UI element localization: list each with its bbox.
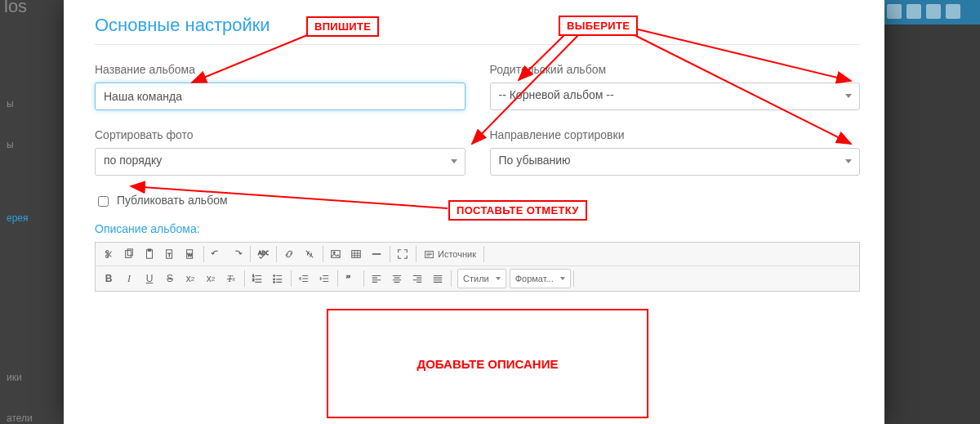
format-combo[interactable]: Формат...: [510, 269, 571, 288]
background-sidebar: los ы ы ерея ики атели: [0, 0, 64, 424]
align-center-icon[interactable]: [387, 270, 408, 288]
svg-point-15: [274, 274, 275, 276]
source-button[interactable]: Источник: [419, 245, 481, 263]
svg-rect-1: [127, 249, 132, 256]
album-name-input[interactable]: [95, 83, 466, 110]
svg-rect-11: [352, 251, 361, 258]
numbered-list-icon[interactable]: 12: [247, 270, 268, 288]
annotation-box: ВЫБЕРИТЕ: [559, 16, 638, 36]
blockquote-icon[interactable]: ”: [341, 270, 361, 288]
svg-point-17: [274, 281, 275, 283]
bullet-list-icon[interactable]: [268, 270, 288, 288]
chevron-down-icon: [845, 159, 852, 163]
table-icon[interactable]: [346, 245, 367, 263]
svg-rect-9: [332, 251, 341, 258]
copy-icon[interactable]: [119, 245, 140, 263]
parent-album-label: Родительский альбом: [490, 63, 861, 76]
align-left-icon[interactable]: [367, 270, 387, 288]
chevron-down-icon: [496, 277, 501, 280]
album-name-label: Название альбома: [95, 63, 466, 76]
svg-text:T: T: [167, 252, 171, 257]
modal-title: Основные настройки: [95, 15, 270, 36]
paste-word-icon[interactable]: W: [180, 245, 201, 263]
styles-combo[interactable]: Стили: [457, 269, 506, 288]
annotation-box: ПОСТАВЬТЕ ОТМЕТКУ: [448, 200, 587, 221]
svg-text:2: 2: [252, 278, 255, 282]
publish-checkbox[interactable]: [98, 196, 109, 207]
bg-menu-item: ы: [7, 98, 14, 109]
bg-menu-item: ики: [7, 372, 22, 383]
paste-icon[interactable]: [140, 245, 160, 263]
spellcheck-icon[interactable]: ABC: [253, 245, 274, 263]
parent-album-select[interactable]: -- Корневой альбом --: [490, 83, 861, 110]
remove-format-button[interactable]: Tx: [221, 270, 242, 288]
svg-text:W: W: [188, 252, 193, 257]
superscript-button[interactable]: x2: [201, 270, 221, 288]
bg-menu-item: атели: [7, 413, 33, 424]
svg-point-16: [274, 279, 275, 280]
bg-menu-item: ы: [7, 139, 14, 150]
subscript-button[interactable]: x2: [180, 270, 201, 288]
unlink-icon[interactable]: [300, 245, 320, 263]
horizontal-rule-icon[interactable]: [367, 245, 387, 263]
sort-photo-select[interactable]: по порядку: [95, 148, 466, 176]
editor-toolbar: T W ABC: [95, 242, 860, 292]
background-topbar: [884, 0, 980, 25]
sort-direction-select[interactable]: По убыванию: [490, 148, 861, 176]
bg-menu-item-active: ерея: [7, 212, 29, 224]
svg-rect-3: [148, 249, 151, 252]
undo-icon[interactable]: [207, 245, 227, 263]
image-icon[interactable]: [326, 245, 346, 263]
cut-icon[interactable]: [99, 245, 119, 263]
svg-point-10: [333, 252, 335, 253]
underline-button[interactable]: U: [140, 270, 160, 288]
annotation-large-box: ДОБАВЬТЕ ОПИСАНИЕ: [327, 309, 648, 418]
source-button-label: Источник: [438, 249, 476, 259]
bg-logo: los: [4, 0, 27, 17]
bold-button[interactable]: B: [99, 270, 119, 288]
styles-combo-label: Стили: [463, 274, 489, 283]
svg-rect-0: [126, 251, 131, 258]
format-combo-label: Формат...: [515, 274, 554, 283]
italic-button[interactable]: I: [119, 270, 140, 288]
chevron-down-icon: [560, 277, 565, 280]
align-right-icon[interactable]: [408, 270, 428, 288]
maximize-icon[interactable]: [393, 245, 413, 263]
publish-label: Публиковать альбом: [117, 194, 228, 207]
strike-button[interactable]: S: [160, 270, 180, 288]
sort-photo-label: Сортировать фото: [95, 128, 466, 141]
link-icon[interactable]: [279, 245, 300, 263]
redo-icon[interactable]: [227, 245, 247, 263]
paste-text-icon[interactable]: T: [160, 245, 180, 263]
description-label: Описание альбома:: [95, 222, 860, 235]
svg-text:”: ”: [346, 273, 350, 284]
chevron-down-icon: [845, 94, 852, 98]
indent-icon[interactable]: [314, 270, 335, 288]
annotation-box: ВПИШИТЕ: [306, 16, 379, 37]
sort-direction-label: Направление сортировки: [490, 128, 861, 141]
chevron-down-icon: [451, 159, 457, 163]
annotation-large-text: ДОБАВЬТЕ ОПИСАНИЕ: [417, 357, 559, 371]
svg-text:ABC: ABC: [258, 250, 269, 256]
outdent-icon[interactable]: [294, 270, 314, 288]
align-justify-icon[interactable]: [428, 270, 448, 288]
